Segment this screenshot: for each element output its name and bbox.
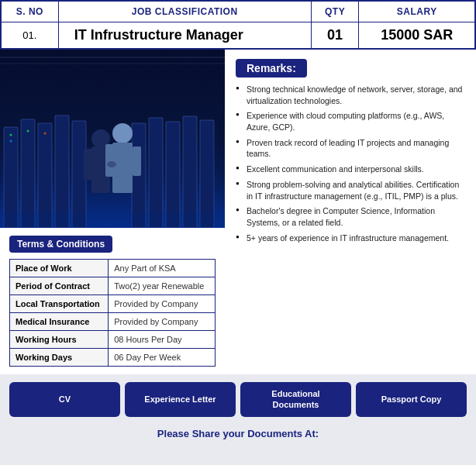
- svg-rect-27: [0, 212, 225, 228]
- remarks-item: 5+ years of experience in IT infrastruct…: [236, 232, 465, 244]
- terms-label: Local Transportation: [10, 295, 109, 313]
- svg-rect-6: [38, 123, 52, 228]
- svg-point-9: [10, 134, 12, 136]
- terms-row: Period of ContractTwo(2) year Renewable: [10, 277, 216, 295]
- passport-button[interactable]: Passport Copy: [356, 382, 467, 417]
- hero-image: [0, 50, 225, 228]
- remarks-item: Proven track record of leading IT projec…: [236, 137, 465, 160]
- remarks-item: Strong problem-solving and analytical ab…: [236, 179, 465, 202]
- experience-button[interactable]: Experience Letter: [125, 382, 236, 417]
- educational-button[interactable]: Educational Documents: [240, 382, 351, 417]
- table-row: 01. IT Infrustructure Manager 01 15000 S…: [1, 22, 475, 50]
- col-qty: QTY: [311, 1, 359, 22]
- terms-row: Medical InsuranceProvided by Company: [10, 313, 216, 331]
- terms-label: Working Hours: [10, 331, 109, 349]
- page-wrapper: S. No JOB CLASSIFICATION QTY Salary 01. …: [0, 0, 476, 443]
- remarks-section: Remarks: Strong technical knowledge of n…: [225, 50, 476, 228]
- svg-rect-5: [21, 119, 35, 228]
- terms-label: Medical Insurance: [10, 313, 109, 331]
- col-job: JOB CLASSIFICATION: [58, 1, 311, 22]
- svg-point-10: [10, 140, 12, 143]
- svg-rect-15: [166, 122, 180, 228]
- col-salary: Salary: [359, 1, 475, 22]
- svg-point-26: [107, 161, 116, 167]
- share-text: Please Share your Documents At:: [157, 428, 319, 439]
- svg-rect-14: [149, 118, 163, 228]
- terms-row: Working Hours08 Hours Per Day: [10, 331, 216, 349]
- terms-label: Period of Contract: [10, 277, 109, 295]
- cell-sno: 01.: [1, 22, 58, 50]
- svg-rect-23: [112, 143, 133, 193]
- cell-salary: 15000 SAR: [359, 22, 475, 50]
- remarks-list: Strong technical knowledge of network, s…: [236, 84, 465, 243]
- terms-row: Working Days06 Day Per Week: [10, 349, 216, 367]
- terms-row: Local TransportationProvided by Company: [10, 295, 216, 313]
- terms-label: Place of Work: [10, 260, 109, 277]
- terms-section: Terms & Conditions Place of WorkAny Part…: [0, 228, 225, 374]
- terms-row: Place of WorkAny Part of KSA: [10, 260, 216, 277]
- svg-point-11: [27, 130, 29, 133]
- terms-value: Two(2) year Renewable: [109, 277, 216, 295]
- cell-qty: 01: [311, 22, 359, 50]
- remarks-item: Experience with cloud computing platform…: [236, 110, 465, 133]
- job-table: S. No JOB CLASSIFICATION QTY Salary 01. …: [0, 0, 476, 50]
- svg-rect-16: [183, 116, 197, 228]
- remarks-item: Excellent communication and interpersona…: [236, 164, 465, 175]
- svg-point-22: [112, 123, 133, 143]
- terms-label: Working Days: [10, 349, 109, 367]
- remarks-bottom: [225, 228, 476, 374]
- remarks-item: Bachelor's degree in Computer Science, I…: [236, 205, 465, 228]
- terms-value: Any Part of KSA: [109, 260, 216, 277]
- terms-value: 08 Hours Per Day: [109, 331, 216, 349]
- svg-rect-7: [55, 115, 69, 228]
- server-room-svg: [0, 50, 225, 228]
- svg-rect-17: [200, 120, 214, 228]
- buttons-row: CVExperience LetterEducational Documents…: [0, 374, 476, 422]
- svg-rect-20: [84, 149, 93, 180]
- terms-value: 06 Day Per Week: [109, 349, 216, 367]
- bottom-section: Terms & Conditions Place of WorkAny Part…: [0, 228, 476, 374]
- svg-rect-24: [105, 144, 114, 177]
- terms-value: Provided by Company: [109, 313, 216, 331]
- cell-jobtitle: IT Infrustructure Manager: [58, 22, 311, 50]
- svg-point-12: [44, 133, 47, 135]
- cv-button[interactable]: CV: [9, 382, 120, 417]
- remarks-title: Remarks:: [236, 59, 307, 78]
- hero-section: Remarks: Strong technical knowledge of n…: [0, 50, 476, 228]
- terms-table: Place of WorkAny Part of KSAPeriod of Co…: [9, 259, 216, 367]
- terms-title: Terms & Conditions: [9, 236, 112, 253]
- remarks-item: Strong technical knowledge of network, s…: [236, 84, 465, 106]
- share-row: Please Share your Documents At:: [0, 422, 476, 443]
- terms-value: Provided by Company: [109, 295, 216, 313]
- svg-rect-25: [133, 146, 141, 176]
- col-sno: S. No: [1, 1, 58, 22]
